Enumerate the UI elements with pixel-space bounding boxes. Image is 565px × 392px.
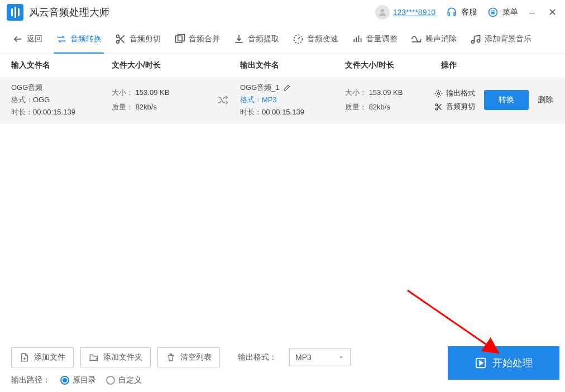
add-folder-label: 添加文件夹: [103, 352, 142, 362]
input-duration: 00:00:15.139: [33, 108, 75, 116]
nav-audio-cut[interactable]: 音频剪切: [108, 25, 167, 53]
shuffle-icon[interactable]: [217, 94, 236, 106]
nav-audio-merge[interactable]: 音频合并: [167, 25, 227, 53]
output-format-label: 输出格式：: [238, 352, 277, 362]
clear-list-label: 清空列表: [180, 352, 212, 362]
music-icon: [470, 34, 481, 45]
convert-button[interactable]: 转换: [484, 90, 529, 110]
path-original-radio[interactable]: 原目录: [60, 375, 96, 385]
table-row: OGG音频 格式：OGG 时长：00:00:15.139 大小： 153.09 …: [0, 77, 565, 124]
user-id: 123****8910: [393, 8, 435, 17]
support-link[interactable]: 客服: [446, 6, 477, 18]
titlebar: 风云音频处理大师 123****8910 客服 菜单 – ✕: [0, 0, 565, 25]
dur-label: 时长：: [11, 108, 33, 116]
svg-line-30: [408, 290, 497, 352]
menu-icon: [487, 6, 499, 18]
headset-icon: [446, 6, 458, 18]
add-file-button[interactable]: 添加文件: [11, 347, 74, 367]
path-custom-label: 自定义: [118, 375, 142, 385]
svg-point-0: [381, 9, 384, 12]
nav-label: 噪声消除: [425, 34, 457, 44]
nav-label: 音频提取: [248, 34, 279, 44]
menu-label: 菜单: [502, 7, 518, 17]
output-size: 153.09 KB: [369, 88, 403, 97]
th-size2: 文件大小/时长: [345, 60, 434, 70]
add-folder-button[interactable]: 添加文件夹: [80, 347, 151, 367]
delete-link[interactable]: 删除: [538, 95, 553, 105]
input-name: OGG音频: [11, 83, 112, 93]
audio-cut-link[interactable]: 音频剪切: [434, 102, 475, 112]
nav-label: 音频剪切: [130, 34, 161, 44]
output-format-value: MP3: [295, 353, 312, 362]
size-label2: 大小：: [345, 88, 367, 97]
th-ops: 操作: [434, 60, 554, 70]
svg-point-19: [477, 39, 480, 42]
nav-label: 音频合并: [189, 34, 220, 44]
minimize-button[interactable]: –: [526, 7, 538, 18]
folder-plus-icon: [89, 352, 99, 362]
input-size-info: 大小： 153.09 KB 质量： 82kb/s: [112, 88, 240, 112]
gear-icon: [434, 89, 443, 98]
output-format-select[interactable]: MP3: [289, 348, 351, 366]
out-dur-label: 时长：: [240, 108, 262, 116]
back-label: 返回: [27, 34, 42, 44]
th-size1: 文件大小/时长: [112, 60, 240, 70]
output-quality: 82kb/s: [369, 103, 390, 111]
nav-label: 添加背景音乐: [485, 34, 532, 44]
arrow-left-icon: [12, 34, 23, 45]
app-logo: [7, 4, 23, 21]
nav-audio-speed[interactable]: 音频变速: [286, 25, 345, 53]
user-account[interactable]: 123****8910: [375, 5, 435, 20]
format-label: 格式：: [11, 95, 33, 104]
start-process-button[interactable]: 开始处理: [448, 346, 559, 380]
nav-toolbar: 返回 音频转换 音频剪切 音频合并 音频提取 音频变速 音量调整 噪声消除 添加…: [0, 25, 565, 54]
avatar-icon: [375, 5, 390, 20]
nav-audio-extract[interactable]: 音频提取: [227, 25, 286, 53]
output-name: OGG音频_1: [240, 83, 280, 93]
chevron-down-icon: [338, 354, 344, 361]
quality-label2: 质量：: [345, 103, 367, 111]
nav-volume-adjust[interactable]: 音量调整: [345, 25, 404, 53]
path-original-label: 原目录: [73, 375, 96, 385]
nav-bgm[interactable]: 添加背景音乐: [463, 25, 538, 53]
file-plus-icon: [20, 352, 30, 362]
table-header: 输入文件名 文件大小/时长 输出文件名 文件大小/时长 操作: [0, 54, 565, 77]
app-title: 风云音频处理大师: [29, 6, 109, 19]
op-format-label: 输出格式: [446, 88, 475, 98]
nav-label: 音频转换: [70, 34, 102, 44]
speed-icon: [293, 34, 304, 45]
input-file-info: OGG音频 格式：OGG 时长：00:00:15.139: [11, 83, 112, 117]
scissors-small-icon: [434, 103, 443, 111]
input-format: OGG: [33, 95, 50, 104]
quality-label: 质量：: [112, 103, 133, 111]
merge-icon: [174, 34, 185, 45]
play-icon: [475, 357, 487, 369]
nav-audio-convert[interactable]: 音频转换: [49, 25, 108, 53]
out-format-label: 格式：: [240, 95, 262, 104]
trash-icon: [166, 352, 176, 362]
input-quality: 82kb/s: [136, 103, 157, 111]
output-file-info: OGG音频_1 格式：MP3 时长：00:00:15.139: [240, 83, 345, 117]
output-duration: 00:00:15.139: [262, 108, 304, 116]
volume-icon: [352, 34, 363, 45]
nav-label: 音频变速: [307, 34, 338, 44]
path-custom-radio[interactable]: 自定义: [106, 375, 142, 385]
output-path-label: 输出路径：: [11, 375, 50, 385]
clear-list-button[interactable]: 清空列表: [157, 347, 220, 367]
nav-label: 音量调整: [366, 34, 398, 44]
back-button[interactable]: 返回: [6, 25, 49, 53]
svg-point-20: [438, 92, 440, 94]
output-format[interactable]: MP3: [262, 95, 277, 104]
th-input-name: 输入文件名: [11, 60, 112, 70]
convert-icon: [56, 34, 67, 45]
edit-icon[interactable]: [283, 84, 291, 92]
scissors-icon: [115, 34, 126, 45]
row-ops: 输出格式 音频剪切 转换 删除: [434, 88, 554, 112]
close-button[interactable]: ✕: [546, 6, 558, 18]
size-label: 大小：: [112, 88, 133, 97]
start-label: 开始处理: [492, 356, 533, 370]
nav-noise-remove[interactable]: 噪声消除: [404, 25, 463, 53]
output-format-link[interactable]: 输出格式: [434, 88, 475, 98]
op-cut-label: 音频剪切: [446, 102, 475, 112]
menu-button[interactable]: 菜单: [487, 6, 518, 18]
